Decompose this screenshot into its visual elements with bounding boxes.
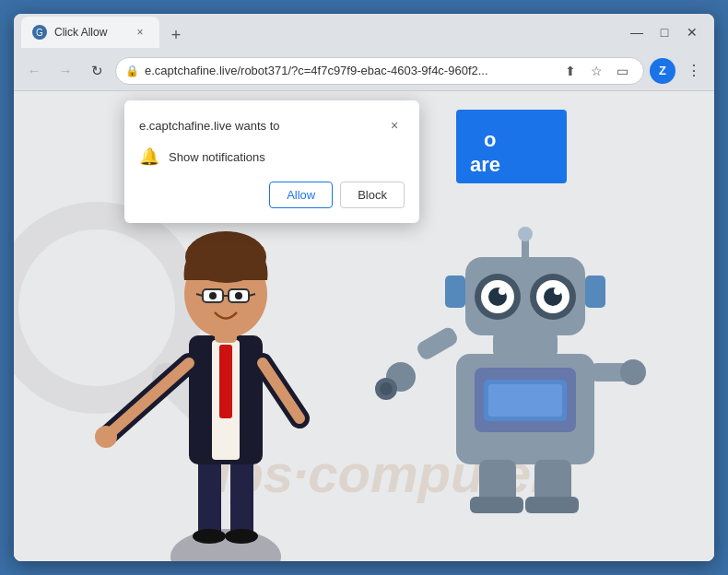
block-button[interactable]: Block <box>340 182 405 208</box>
svg-point-10 <box>193 529 226 544</box>
tab-favicon: G <box>32 25 47 40</box>
popup-buttons: Allow Block <box>139 182 405 208</box>
tab-close-button[interactable]: × <box>132 24 148 41</box>
refresh-button[interactable]: ↻ <box>84 58 110 84</box>
forward-button[interactable]: → <box>53 58 78 84</box>
back-button[interactable]: ← <box>21 58 47 84</box>
bookmark-button[interactable]: ☆ <box>584 59 608 83</box>
menu-icon: ⋮ <box>687 62 701 79</box>
share-icon: ⬆ <box>565 64 576 78</box>
allow-button[interactable]: Allow <box>269 182 333 208</box>
forward-icon: → <box>59 63 73 78</box>
sidebar-button[interactable]: ▭ <box>610 59 634 83</box>
svg-rect-44 <box>445 276 465 308</box>
svg-point-55 <box>380 382 393 395</box>
svg-point-42 <box>499 288 506 295</box>
refresh-icon: ↻ <box>91 63 103 79</box>
svg-rect-51 <box>525 497 579 513</box>
url-text: e.captchafine.live/robot371/?c=4f7c97f9-… <box>145 64 553 77</box>
profile-button[interactable]: Z <box>650 58 675 84</box>
svg-point-11 <box>225 529 258 544</box>
notification-popup: e.captchafine.live wants to × 🔔 Show not… <box>124 100 419 223</box>
close-icon: ✕ <box>687 25 698 40</box>
popup-title: e.captchafine.live wants to <box>139 119 279 133</box>
permission-text: Show notifications <box>169 150 265 164</box>
content-area: tips·computer o are <box>14 91 714 561</box>
title-bar: G Click Allow × + — □ ✕ <box>14 14 714 51</box>
svg-rect-33 <box>488 384 562 417</box>
svg-point-29 <box>235 292 242 299</box>
active-tab[interactable]: G Click Allow × <box>21 17 159 48</box>
svg-rect-46 <box>522 239 529 259</box>
lock-icon: 🔒 <box>125 65 139 77</box>
svg-rect-45 <box>585 276 605 308</box>
tab-title: Click Allow <box>54 26 124 39</box>
favicon-letter: G <box>36 28 43 38</box>
maximize-icon: □ <box>661 25 668 40</box>
svg-text:o: o <box>484 128 496 151</box>
bell-icon: 🔔 <box>139 147 159 167</box>
minimize-icon: — <box>630 25 643 40</box>
svg-point-28 <box>209 292 217 299</box>
popup-permission: 🔔 Show notifications <box>139 147 405 167</box>
svg-point-47 <box>518 227 533 241</box>
svg-rect-8 <box>198 455 221 538</box>
svg-point-17 <box>95 426 117 448</box>
browser-window: G Click Allow × + — □ ✕ ← → <box>14 14 714 561</box>
address-bar[interactable]: 🔒 e.captchafine.live/robot371/?c=4f7c97f… <box>115 57 644 85</box>
close-button[interactable]: ✕ <box>679 19 705 45</box>
profile-letter: Z <box>659 64 666 77</box>
back-icon: ← <box>28 63 41 78</box>
star-icon: ☆ <box>591 64 603 78</box>
svg-point-43 <box>554 288 561 295</box>
svg-rect-14 <box>219 345 232 418</box>
toolbar: ← → ↻ 🔒 e.captchafine.live/robot371/?c=4… <box>14 51 714 91</box>
maximize-button[interactable]: □ <box>652 19 677 45</box>
window-controls: — □ ✕ <box>624 19 705 45</box>
address-actions: ⬆ ☆ ▭ <box>558 59 634 83</box>
popup-close-button[interactable]: × <box>384 115 405 135</box>
menu-button[interactable]: ⋮ <box>681 58 707 84</box>
minimize-button[interactable]: — <box>624 19 650 45</box>
svg-rect-50 <box>470 497 523 513</box>
new-tab-button[interactable]: + <box>163 22 189 48</box>
svg-point-57 <box>620 359 646 385</box>
background-scene: tips·computer o are <box>14 91 714 561</box>
sidebar-icon: ▭ <box>616 64 628 78</box>
share-button[interactable]: ⬆ <box>558 59 582 83</box>
svg-rect-9 <box>230 455 253 538</box>
tab-bar: G Click Allow × + <box>21 17 707 48</box>
popup-header: e.captchafine.live wants to × <box>139 115 405 135</box>
svg-text:are: are <box>470 153 500 176</box>
